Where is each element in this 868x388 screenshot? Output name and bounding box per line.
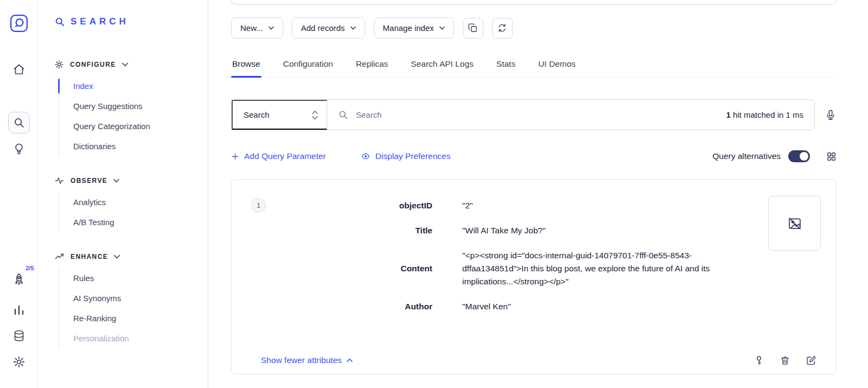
key-icon[interactable] [754,355,764,366]
eye-icon [361,152,371,161]
settings-gear-icon[interactable] [12,355,25,368]
sidebar-item-re-ranking[interactable]: Re-Ranking [59,308,197,328]
sidebar-item-query-suggestions[interactable]: Query Suggestions [59,96,197,116]
sidebar-item-ab-testing[interactable]: A/B Testing [59,212,197,232]
trash-icon[interactable] [780,355,790,366]
hit-actions [754,355,816,366]
tab-replicas[interactable]: Replicas [355,55,389,77]
algolia-logo-icon[interactable] [10,14,28,33]
trending-up-icon [54,252,65,262]
tab-configuration[interactable]: Configuration [282,55,334,77]
attribute-label: Title [248,226,432,236]
add-records-dropdown-button[interactable]: Add records [292,17,365,39]
sidebar-item-personalization[interactable]: Personalization [59,328,197,348]
index-selector-label: Search [244,110,270,119]
search-box: Search 1 hit matched in 1 ms [231,99,815,130]
analytics-bars-icon[interactable] [12,303,25,316]
sidebar-item-analytics[interactable]: Analytics [59,192,197,212]
attribute-row: objectID "2" [248,199,820,212]
sidebar-item-index[interactable]: Index [59,76,197,96]
attribute-label: objectID [248,201,432,211]
home-icon[interactable] [12,63,25,76]
pulse-icon [54,176,65,186]
stepper-icon [312,111,318,119]
new-dropdown-label: New... [240,23,263,33]
main-content: New... Add records Manage index [208,0,868,388]
gear-icon [54,60,64,69]
top-bar-partial [231,0,837,5]
chevron-down-icon [269,26,274,30]
index-toolbar: New... Add records Manage index [231,17,837,39]
usage-badge: 2/5 [24,265,35,271]
section-title: OBSERVE [71,177,107,185]
manage-index-dropdown-button[interactable]: Manage index [374,17,454,39]
query-controls-row: Add Query Parameter Display Preferences … [231,150,837,162]
product-name: SEARCH [71,16,129,27]
display-preferences-label: Display Preferences [375,151,451,161]
recommend-bulb-icon[interactable] [12,142,25,156]
chevron-down-icon [122,62,128,67]
tab-ui-demos[interactable]: UI Demos [537,55,577,77]
attribute-value: "<p><strong id="docs-internal-guid-14079… [462,249,755,288]
attribute-row: Title "Will AI Take My Job?" [248,224,820,237]
manage-index-label: Manage index [383,23,434,33]
refresh-icon[interactable] [492,18,513,39]
hit-card: 1 objectID "2" Title "Will AI Take My Jo… [231,179,837,374]
tab-browse[interactable]: Browse [231,55,261,77]
show-fewer-attributes-link[interactable]: Show fewer attributes [261,355,353,365]
icon-rail: 2/5 [0,0,38,388]
attribute-value: "2" [462,199,755,212]
index-selector[interactable]: Search [232,100,327,130]
database-icon[interactable] [12,329,25,342]
attribute-row: Content "<p><strong id="docs-internal-gu… [248,249,820,288]
chevron-down-icon [439,26,445,30]
attribute-value: "Marvel Ken" [462,300,755,313]
rocket-icon[interactable] [11,272,27,288]
index-tabs: Browse Configuration Replicas Search API… [231,55,837,78]
edit-icon[interactable] [806,355,816,366]
search-input[interactable] [348,110,726,119]
layout-grid-icon[interactable] [826,151,837,162]
product-logo[interactable]: SEARCH [54,16,197,27]
tab-search-api-logs[interactable]: Search API Logs [410,55,474,77]
chevron-down-icon [350,26,356,30]
search-logo-icon [54,16,65,27]
hits-status: 1 hit matched in 1 ms [726,110,814,119]
search-product-icon[interactable] [8,112,30,133]
attribute-label: Content [248,264,432,273]
hit-attributes: objectID "2" Title "Will AI Take My Job?… [248,199,820,313]
sidebar-item-ai-synonyms[interactable]: AI Synonyms [59,288,197,308]
sidebar-section-observe: OBSERVE Analytics A/B Testing [54,176,197,232]
microphone-icon[interactable] [825,109,837,122]
sidebar-section-configure: CONFIGURE Index Query Suggestions Query … [54,60,197,156]
copy-icon[interactable] [463,18,483,39]
show-fewer-label: Show fewer attributes [261,355,342,365]
tab-stats[interactable]: Stats [495,55,516,77]
sidebar-item-rules[interactable]: Rules [59,268,197,288]
sidebar-item-query-categorization[interactable]: Query Categorization [59,116,197,136]
new-dropdown-button[interactable]: New... [231,17,283,39]
display-preferences-link[interactable]: Display Preferences [361,151,451,161]
image-placeholder [768,196,821,251]
section-header-observe[interactable]: OBSERVE [54,176,197,186]
add-records-label: Add records [301,23,345,33]
query-alternatives-control: Query alternatives [712,150,810,162]
app-window: 2/5 [0,0,868,388]
sidebar-item-dictionaries[interactable]: Dictionaries [59,136,197,156]
add-query-parameter-link[interactable]: Add Query Parameter [231,151,326,161]
chevron-up-icon [347,358,353,362]
section-title: CONFIGURE [70,61,116,68]
attribute-row: Author "Marvel Ken" [248,300,820,313]
plus-icon [231,152,239,161]
add-query-parameter-label: Add Query Parameter [244,151,326,161]
section-header-configure[interactable]: CONFIGURE [54,60,197,69]
hit-number-badge: 1 [251,198,266,213]
search-icon [338,110,348,120]
attribute-label: Author [248,302,432,311]
section-title: ENHANCE [71,253,108,260]
section-header-enhance[interactable]: ENHANCE [54,252,197,262]
image-off-icon [787,216,802,231]
query-alternatives-toggle[interactable] [788,150,810,162]
hits-count: 1 [726,110,730,119]
sidebar-section-enhance: ENHANCE Rules AI Synonyms Re-Ranking Per… [54,252,197,348]
